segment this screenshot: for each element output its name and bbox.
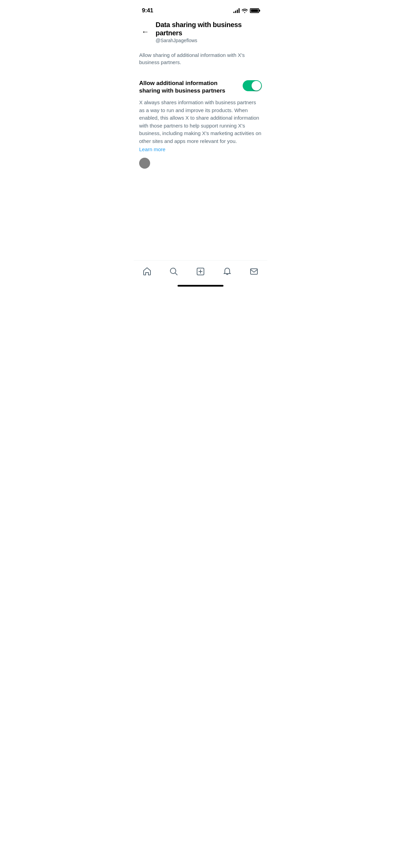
status-icons bbox=[233, 8, 259, 13]
setting-description: X always shares information with busines… bbox=[134, 99, 267, 145]
toggle-thumb bbox=[252, 81, 261, 91]
learn-more-link[interactable]: Learn more bbox=[134, 146, 267, 152]
setting-row: Allow additional information sharing wit… bbox=[139, 80, 262, 95]
page-title: Data sharing with business partners bbox=[156, 21, 262, 37]
back-button[interactable]: ← bbox=[139, 26, 151, 38]
page-description: Allow sharing of additional information … bbox=[134, 46, 267, 74]
nav-item-messages[interactable] bbox=[246, 263, 262, 280]
page-subtitle: @SarahJpageflows bbox=[156, 38, 197, 43]
home-icon bbox=[143, 267, 151, 276]
compose-icon bbox=[196, 267, 205, 276]
bottom-nav bbox=[134, 260, 267, 289]
status-bar: 9:41 bbox=[134, 0, 267, 16]
signal-icon bbox=[233, 8, 240, 13]
svg-line-1 bbox=[175, 273, 177, 275]
nav-item-compose[interactable] bbox=[192, 263, 209, 280]
back-arrow-icon: ← bbox=[142, 28, 149, 36]
nav-item-search[interactable] bbox=[166, 263, 182, 280]
wifi-icon bbox=[242, 8, 248, 13]
battery-icon bbox=[250, 8, 259, 13]
allow-sharing-toggle[interactable] bbox=[243, 80, 262, 91]
messages-icon bbox=[250, 267, 258, 276]
settings-section: Allow additional information sharing wit… bbox=[134, 74, 267, 95]
notifications-icon bbox=[223, 267, 232, 276]
page-header: ← Data sharing with business partners @S… bbox=[134, 16, 267, 46]
header-title-group: Data sharing with business partners @Sar… bbox=[156, 21, 262, 43]
search-icon bbox=[169, 267, 178, 276]
nav-item-home[interactable] bbox=[139, 263, 155, 280]
status-time: 9:41 bbox=[142, 7, 153, 14]
spinner-area bbox=[134, 152, 267, 174]
nav-items bbox=[134, 263, 267, 280]
svg-rect-5 bbox=[251, 269, 257, 274]
loading-spinner bbox=[139, 158, 150, 169]
nav-item-notifications[interactable] bbox=[219, 263, 235, 280]
setting-label: Allow additional information sharing wit… bbox=[139, 80, 237, 95]
home-indicator bbox=[178, 285, 223, 287]
